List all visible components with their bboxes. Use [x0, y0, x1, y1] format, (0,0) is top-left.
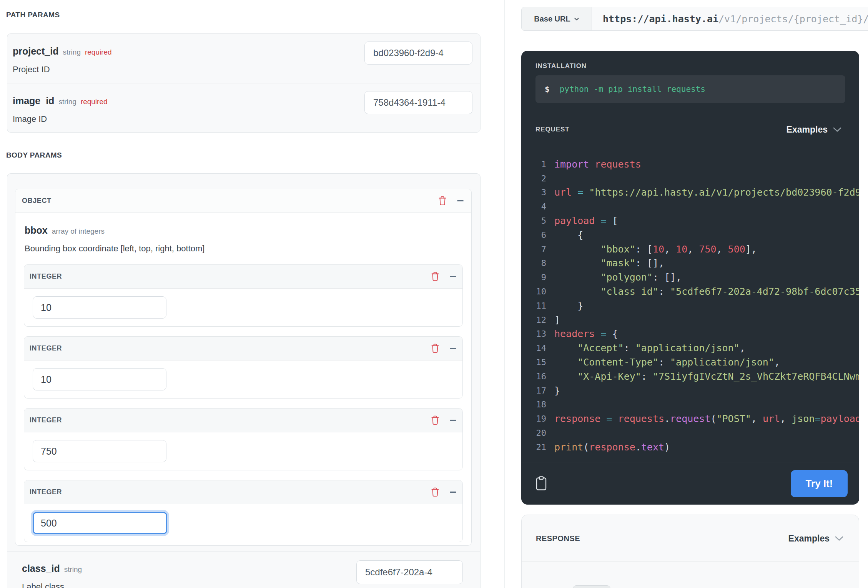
body-params-heading: BODY PARAMS [6, 151, 62, 159]
minus-icon [450, 276, 456, 277]
install-command: python -m pip install requests [560, 85, 705, 94]
response-card: RESPONSE Examples [521, 515, 859, 588]
trash-icon [431, 415, 440, 425]
base-url-dropdown[interactable]: Base URL [522, 7, 592, 30]
integer-card-header: INTEGER [24, 265, 462, 289]
project-id-input[interactable] [364, 42, 472, 65]
field-description: Bounding box coordinate [left, top, righ… [25, 244, 463, 253]
param-type: string [58, 98, 76, 106]
collapse-integer-button[interactable] [450, 348, 456, 349]
examples-label: Examples [788, 533, 830, 544]
object-card: OBJECT bboxarray of integers Bounding bo… [15, 189, 472, 546]
minus-icon [457, 200, 464, 201]
delete-integer-button[interactable] [431, 415, 440, 425]
collapse-integer-button[interactable] [450, 276, 456, 277]
param-type: string [64, 565, 82, 573]
integer-label: INTEGER [30, 488, 62, 496]
base-url-host: https://api.hasty.ai [603, 13, 718, 25]
integer-input-4[interactable] [33, 512, 167, 534]
chevron-down-icon [835, 536, 843, 541]
install-command-box: $ python -m pip install requests [535, 75, 845, 103]
path-params-heading: PATH PARAMS [6, 11, 60, 19]
trash-icon [431, 343, 440, 354]
integer-label: INTEGER [30, 272, 62, 281]
minus-icon [450, 492, 456, 493]
collapse-integer-button[interactable] [450, 420, 456, 421]
column-divider [504, 0, 505, 588]
response-divider [522, 561, 859, 562]
minus-icon [450, 348, 456, 349]
terminal-prompt: $ [545, 85, 550, 94]
param-row-image-id: image_idstringrequired Image ID [7, 83, 480, 132]
api-reference-page: PATH PARAMS project_idstringrequired Pro… [0, 0, 868, 588]
integer-input-2[interactable] [33, 368, 166, 390]
image-id-input[interactable] [364, 91, 472, 114]
integer-input-1[interactable] [33, 296, 166, 319]
base-url-path: /v1/projects/{project_id}/ [718, 13, 868, 25]
object-label: OBJECT [22, 197, 52, 205]
trash-icon [431, 271, 440, 282]
trash-icon [438, 196, 447, 206]
param-type: string [63, 48, 80, 56]
param-required-badge: required [85, 48, 112, 56]
response-heading: RESPONSE [536, 534, 580, 543]
response-examples-dropdown[interactable]: Examples [788, 533, 843, 544]
integer-card-2: INTEGER [24, 336, 463, 399]
path-params-card: project_idstringrequired Project ID imag… [7, 33, 481, 133]
status-pill[interactable] [573, 585, 610, 588]
param-name: image_id [13, 95, 54, 106]
request-panel-footer: Try It! [521, 462, 859, 505]
param-required-badge: required [81, 98, 108, 106]
collapse-integer-button[interactable] [450, 492, 456, 493]
installation-heading: INSTALLATION [535, 61, 845, 71]
chevron-down-icon [574, 17, 579, 21]
integer-card-header: INTEGER [24, 480, 462, 504]
request-panel: INSTALLATION $ python -m pip install req… [521, 51, 859, 505]
param-name: class_id [22, 563, 60, 574]
integer-label: INTEGER [30, 416, 62, 424]
integer-card-header: INTEGER [24, 337, 462, 360]
trash-icon [431, 487, 440, 497]
copy-code-button[interactable] [536, 476, 547, 491]
param-row-project-id: project_idstringrequired Project ID [7, 34, 480, 83]
panel-divider [521, 114, 859, 114]
integer-card-3: INTEGER [24, 408, 463, 470]
delete-object-button[interactable] [438, 196, 447, 206]
clipboard-icon [536, 476, 547, 491]
param-row-class-id: class_idstring Label class [7, 551, 480, 588]
request-examples-dropdown[interactable]: Examples [787, 125, 841, 135]
try-it-button[interactable]: Try It! [791, 470, 848, 497]
base-url-value: https://api.hasty.ai/v1/projects/{projec… [592, 7, 868, 30]
object-card-header: OBJECT [15, 189, 471, 213]
request-heading: REQUEST [535, 124, 569, 135]
integer-label: INTEGER [30, 344, 62, 352]
chevron-down-icon [833, 127, 841, 132]
minus-icon [450, 420, 456, 421]
integer-card-header: INTEGER [24, 409, 462, 432]
examples-label: Examples [787, 125, 828, 135]
class-id-input[interactable] [356, 560, 463, 584]
base-url-label: Base URL [534, 15, 570, 23]
field-type: array of integers [52, 227, 105, 235]
param-description: Project ID [13, 65, 480, 74]
body-params-card: OBJECT bboxarray of integers Bounding bo… [7, 173, 481, 588]
delete-integer-button[interactable] [431, 487, 440, 497]
integer-card-1: INTEGER [24, 264, 463, 327]
integer-card-4: INTEGER [24, 480, 463, 542]
base-url-bar: Base URL https://api.hasty.ai/v1/project… [521, 7, 868, 31]
integer-input-3[interactable] [33, 440, 166, 462]
param-description: Image ID [13, 115, 480, 123]
code-block: 1import requests23url = "https://api.has… [521, 157, 859, 454]
collapse-object-button[interactable] [457, 200, 464, 201]
delete-integer-button[interactable] [431, 271, 440, 282]
param-name: project_id [13, 46, 58, 56]
field-name: bbox [25, 225, 48, 236]
delete-integer-button[interactable] [431, 343, 440, 354]
